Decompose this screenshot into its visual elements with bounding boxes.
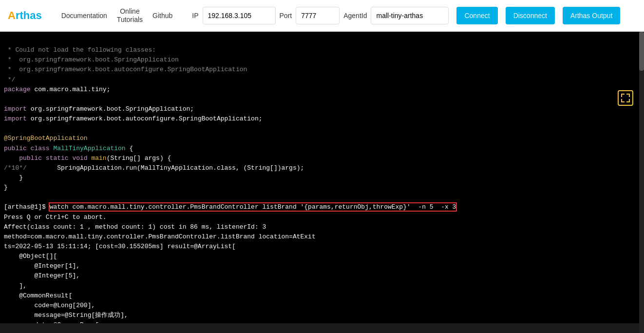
terminal-content: * Could not load the following classes: … [4, 36, 633, 323]
arthas-output-button[interactable]: Arthas Output [563, 7, 620, 24]
ip-input[interactable] [203, 7, 276, 24]
connect-button[interactable]: Connect [456, 7, 497, 24]
port-input[interactable] [296, 7, 340, 24]
logo-rthas: rthas [16, 9, 42, 21]
nav-online-tutorials[interactable]: Online Tutorials [113, 5, 147, 26]
disconnect-button[interactable]: Disconnect [506, 7, 555, 24]
port-label: Port [280, 12, 292, 20]
nav-github[interactable]: Github [149, 10, 176, 21]
expand-icon[interactable] [618, 90, 633, 106]
scrollbar-thumb[interactable] [639, 32, 644, 71]
agent-input[interactable] [371, 7, 449, 24]
bottom-bar [0, 323, 639, 333]
logo: Arthas [8, 9, 42, 22]
terminal-container: * Could not load the following classes: … [0, 32, 644, 333]
connection-fields: IP Port AgentId [192, 7, 449, 24]
logo-a: A [8, 9, 16, 21]
terminal-scroll[interactable]: * Could not load the following classes: … [0, 32, 639, 323]
agent-label: AgentId [343, 12, 367, 20]
nav-links: Documentation Online Tutorials Github [57, 5, 177, 26]
nav-documentation[interactable]: Documentation [57, 10, 111, 21]
header: Arthas Documentation Online Tutorials Gi… [0, 0, 644, 32]
ip-label: IP [192, 12, 198, 20]
scrollbar-track[interactable] [639, 32, 644, 333]
terminal-input[interactable] [4, 325, 635, 332]
